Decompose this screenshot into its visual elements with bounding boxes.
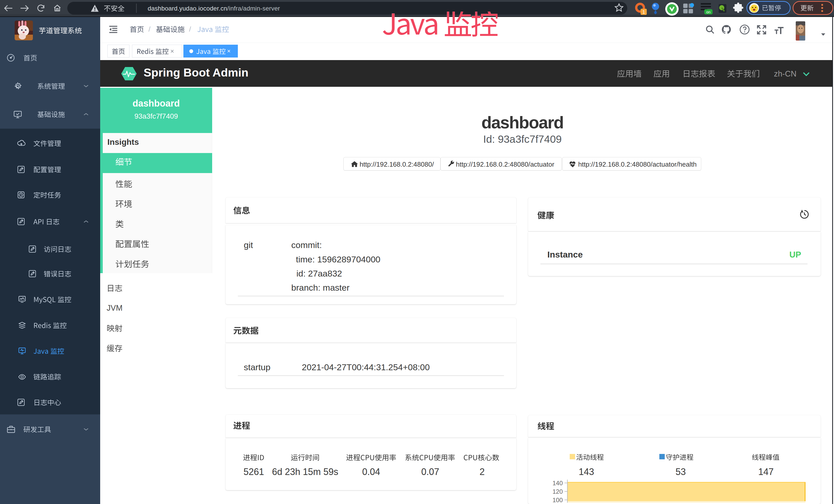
svg-text:on: on: [706, 10, 711, 14]
svg-text:1: 1: [642, 9, 645, 15]
